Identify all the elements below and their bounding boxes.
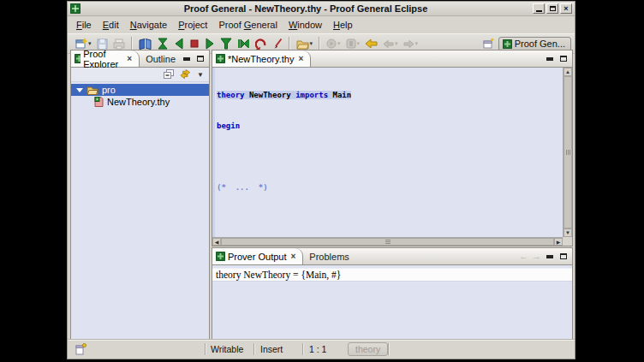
scroll-right-icon[interactable]: ▶ — [554, 238, 563, 246]
scroll-up-icon[interactable]: ▲ — [564, 68, 572, 76]
forward-arrow-icon — [403, 39, 414, 49]
editor-text-area[interactable]: theory NewTheory imports Main begin (* .… — [212, 68, 572, 246]
link-with-editor-button[interactable] — [180, 69, 191, 80]
back-dropdown-icon: ▾ — [395, 40, 398, 47]
horizontal-scrollbar[interactable]: ◀ ▶ — [212, 237, 563, 246]
code-line-5 — [217, 213, 562, 223]
theory-file-name: NewTheory.thy — [107, 97, 170, 107]
open-folder-icon — [86, 86, 98, 95]
maximize-view-button[interactable] — [195, 54, 206, 64]
undo-arrow-icon — [255, 38, 267, 50]
theory-button[interactable]: theory — [348, 342, 388, 356]
minimize-view-button[interactable] — [545, 54, 555, 64]
maximize-button[interactable] — [546, 3, 558, 14]
theory-file-icon — [94, 97, 104, 107]
theory-editor-icon — [216, 54, 225, 63]
debug-dropdown-icon: ▾ — [357, 40, 361, 47]
close-tab-icon[interactable]: × — [127, 54, 132, 63]
tab-prover-output[interactable]: Prover Output × — [212, 248, 303, 264]
proof-explorer-panel: Proof Explorer × Outline ▼ pro — [70, 50, 210, 340]
collapse-all-icon — [164, 69, 175, 80]
pen-icon — [272, 38, 283, 50]
code-line-2: begin — [217, 121, 562, 131]
maximize-icon — [550, 6, 556, 11]
expander-icon[interactable] — [76, 88, 83, 92]
new-wizard-dropdown-icon: ▾ — [88, 40, 92, 47]
editor-panel: *NewTheory.thy × theory NewTheory import… — [212, 50, 573, 246]
code-line-4: (* ... *) — [217, 182, 562, 193]
maximize-view-icon — [560, 56, 567, 62]
horizontal-scroll-thumb[interactable] — [221, 238, 554, 246]
toolbar-separator — [319, 37, 320, 50]
right-triangle-icon — [205, 38, 215, 50]
close-tab-icon[interactable]: × — [298, 54, 303, 63]
close-tab-icon[interactable]: × — [290, 252, 295, 261]
prover-output-icon — [216, 252, 225, 261]
menu-window[interactable]: Window — [289, 20, 322, 30]
minimize-view-button[interactable] — [182, 54, 192, 64]
print-icon — [113, 39, 125, 50]
explorer-view-toolbar: ▼ — [71, 68, 209, 82]
menu-project[interactable]: Project — [178, 20, 207, 30]
maximize-view-button[interactable] — [558, 54, 569, 64]
scroll-down-icon[interactable]: ▼ — [564, 228, 572, 237]
folder-icon — [296, 39, 309, 50]
menu-edit[interactable]: Edit — [103, 20, 119, 30]
book-icon — [139, 38, 152, 50]
code-content[interactable]: theory NewTheory imports Main begin (* .… — [212, 69, 562, 237]
explorer-header-buttons — [182, 50, 209, 67]
minimize-button[interactable] — [533, 3, 545, 14]
debug-icon — [346, 39, 356, 49]
editor-tab-header: *NewTheory.thy × — [212, 50, 572, 68]
output-tab-header: Prover Output × Problems ← → — [212, 248, 572, 265]
collapse-all-button[interactable] — [164, 69, 175, 80]
tab-problems[interactable]: Problems — [303, 248, 355, 264]
app-icon — [70, 3, 80, 14]
prover-output-area: theory NewTheory = {Main, #} — [212, 265, 572, 339]
menu-file[interactable]: File — [76, 20, 92, 30]
fast-view-icon[interactable] — [75, 343, 86, 355]
maximize-view-icon — [560, 253, 567, 259]
window-title: Proof General - NewTheory.thy - Proof Ge… — [80, 3, 531, 14]
status-bar: Writable Insert 1 : 1 theory — [68, 340, 575, 359]
minimize-view-icon — [546, 255, 553, 258]
insert-mode-status: Insert — [260, 344, 283, 354]
perspective-label: Proof Gen... — [515, 39, 565, 49]
scroll-left-icon[interactable]: ◀ — [212, 238, 221, 246]
scrollbar-corner — [563, 237, 572, 246]
tab-proof-explorer[interactable]: Proof Explorer × — [71, 50, 140, 67]
proof-explorer-icon — [75, 54, 80, 63]
status-separator — [388, 343, 390, 355]
output-back-icon[interactable]: ← — [519, 252, 528, 261]
run-dropdown-icon: ▾ — [337, 40, 341, 47]
minimize-view-button[interactable] — [545, 252, 555, 262]
project-name: pro — [102, 85, 116, 95]
editor-header-buttons — [545, 50, 572, 67]
tab-newtheory-editor[interactable]: *NewTheory.thy × — [212, 50, 311, 67]
tree-item-project[interactable]: pro — [71, 84, 209, 96]
vertical-scroll-thumb[interactable] — [564, 76, 572, 228]
writable-status: Writable — [211, 344, 243, 354]
prover-output-text: theory NewTheory = {Main, #} — [212, 268, 572, 282]
vertical-scrollbar[interactable]: ▲ ▼ — [563, 68, 572, 237]
cursor-position: 1 : 1 — [309, 344, 326, 354]
output-forward-icon[interactable]: → — [532, 252, 541, 261]
proof-general-perspective-button[interactable]: Proof Gen... — [498, 37, 571, 51]
open-perspective-button[interactable] — [483, 39, 494, 50]
status-separator — [302, 343, 304, 355]
code-line-1: theory NewTheory imports Main — [217, 90, 562, 100]
output-header-buttons: ← → — [519, 248, 572, 264]
minimize-view-icon — [183, 57, 190, 61]
prover-output-panel: Prover Output × Problems ← → theory NewT… — [212, 247, 573, 340]
menu-help[interactable]: Help — [333, 20, 353, 30]
status-separator — [205, 343, 206, 355]
menu-proof-general[interactable]: Proof General — [218, 20, 277, 30]
maximize-view-button[interactable] — [558, 252, 569, 262]
main-window: Proof General - NewTheory.thy - Proof Ge… — [67, 1, 575, 359]
tree-item-theory-file[interactable]: NewTheory.thy — [71, 96, 209, 108]
view-menu-icon[interactable]: ▼ — [197, 71, 204, 79]
menu-navigate[interactable]: Navigate — [130, 20, 167, 30]
folder-dropdown-icon: ▾ — [310, 40, 313, 47]
close-button[interactable]: × — [560, 3, 572, 14]
tab-outline[interactable]: Outline — [140, 50, 182, 67]
